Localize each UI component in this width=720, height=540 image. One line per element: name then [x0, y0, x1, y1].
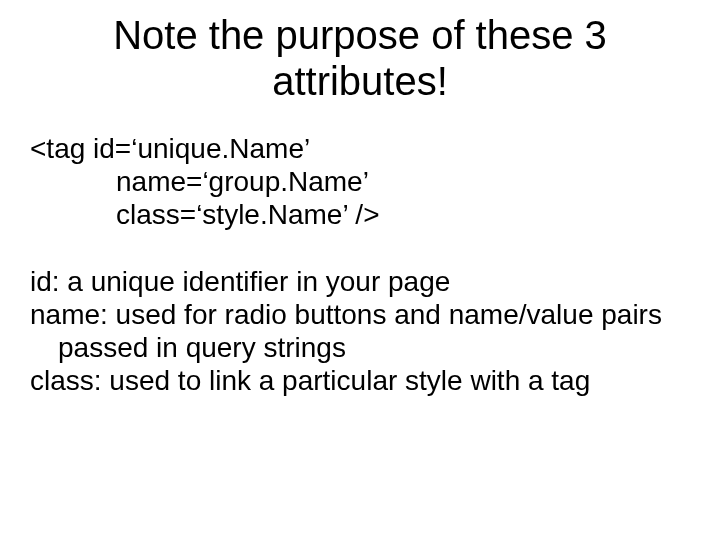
definition-class: class: used to link a particular style w… [30, 364, 690, 397]
definitions: id: a unique identifier in your page nam… [30, 265, 690, 397]
code-line-2: name=‘group.Name’ [30, 165, 690, 198]
code-line-3: class=‘style.Name’ /> [30, 198, 690, 231]
definition-id: id: a unique identifier in your page [30, 265, 690, 298]
slide-title: Note the purpose of these 3 attributes! [30, 12, 690, 104]
definition-name: name: used for radio buttons and name/va… [30, 298, 690, 364]
slide: Note the purpose of these 3 attributes! … [0, 0, 720, 540]
code-example: <tag id=‘unique.Name’ name=‘group.Name’ … [30, 132, 690, 231]
code-line-1: <tag id=‘unique.Name’ [30, 132, 690, 165]
slide-body: <tag id=‘unique.Name’ name=‘group.Name’ … [30, 132, 690, 397]
